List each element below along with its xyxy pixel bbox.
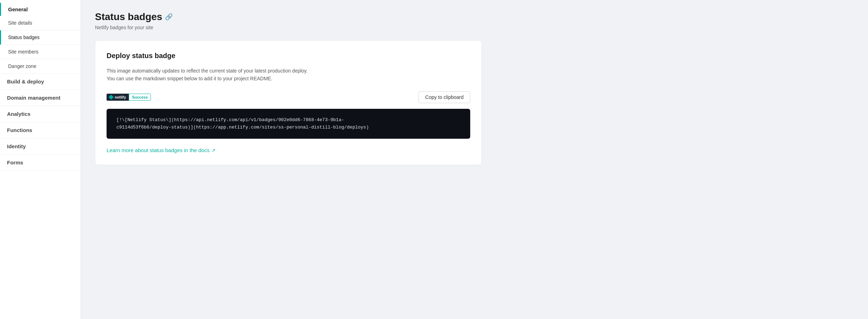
code-line1: [!\[Netlify Status\](https://api.netlify… [116, 117, 344, 123]
card-description-line1: This image automatically updates to refl… [107, 68, 308, 74]
badge-dark-part: netlify [107, 94, 129, 101]
sidebar-group-functions[interactable]: Functions [0, 122, 81, 138]
learn-more-text: Learn more about status badges in the do… [107, 147, 210, 153]
sidebar-item-status-badges[interactable]: Status badges [0, 30, 81, 45]
sidebar-group-domain-management[interactable]: Domain management [0, 90, 81, 106]
page-title-row: Status badges 🔗 [95, 11, 854, 23]
page-title: Status badges [95, 11, 162, 23]
main-content: Status badges 🔗 Netlify badges for your … [81, 0, 868, 319]
badge-netlify-text: netlify [115, 95, 126, 99]
learn-more-link[interactable]: Learn more about status badges in the do… [107, 147, 216, 153]
card-description-line2: You can use the markdown snippet below t… [107, 76, 273, 81]
copy-to-clipboard-button[interactable]: Copy to clipboard [419, 91, 470, 103]
sidebar-group-forms[interactable]: Forms [0, 155, 81, 171]
sidebar-item-danger-zone[interactable]: Danger zone [0, 59, 81, 74]
card-description: This image automatically updates to refl… [107, 67, 470, 83]
card-title: Deploy status badge [107, 52, 470, 60]
badge-diamond-icon [109, 95, 114, 100]
page-subtitle: Netlify badges for your site [95, 25, 854, 30]
badge-row: netlify Success Copy to clipboard [107, 91, 470, 103]
code-block: [!\[Netlify Status\](https://api.netlify… [107, 109, 470, 139]
sidebar-group-analytics[interactable]: Analytics [0, 106, 81, 122]
sidebar-section-general[interactable]: General [0, 3, 81, 16]
sidebar-item-site-details[interactable]: Site details [0, 16, 81, 30]
anchor-link-icon[interactable]: 🔗 [165, 13, 173, 21]
sidebar: General Site details Status badges Site … [0, 0, 81, 319]
netlify-status-badge: netlify Success [107, 94, 151, 101]
badge-success-text: Success [129, 94, 151, 101]
arrow-icon: ↗ [211, 148, 216, 153]
code-line2: c9114d53f6b6/deploy-status)](https://app… [116, 125, 369, 130]
sidebar-item-site-members[interactable]: Site members [0, 45, 81, 59]
sidebar-group-build-deploy[interactable]: Build & deploy [0, 74, 81, 90]
page-header: Status badges 🔗 Netlify badges for your … [95, 11, 854, 30]
sidebar-group-identity[interactable]: Identity [0, 138, 81, 155]
deploy-status-badge-card: Deploy status badge This image automatic… [95, 40, 482, 165]
code-text: [!\[Netlify Status\](https://api.netlify… [116, 117, 460, 131]
